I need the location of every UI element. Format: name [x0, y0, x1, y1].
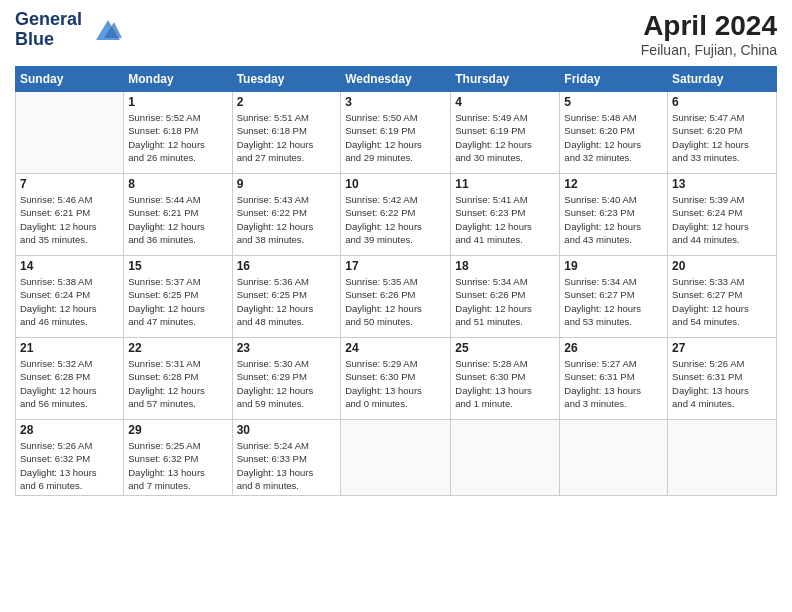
day-info: Sunrise: 5:50 AM Sunset: 6:19 PM Dayligh…: [345, 111, 446, 164]
day-number: 22: [128, 341, 227, 355]
day-cell: 10Sunrise: 5:42 AM Sunset: 6:22 PM Dayli…: [341, 174, 451, 256]
day-number: 30: [237, 423, 337, 437]
day-number: 7: [20, 177, 119, 191]
day-info: Sunrise: 5:33 AM Sunset: 6:27 PM Dayligh…: [672, 275, 772, 328]
day-info: Sunrise: 5:30 AM Sunset: 6:29 PM Dayligh…: [237, 357, 337, 410]
day-info: Sunrise: 5:27 AM Sunset: 6:31 PM Dayligh…: [564, 357, 663, 410]
week-row-3: 14Sunrise: 5:38 AM Sunset: 6:24 PM Dayli…: [16, 256, 777, 338]
day-cell: 4Sunrise: 5:49 AM Sunset: 6:19 PM Daylig…: [451, 92, 560, 174]
day-cell: [668, 420, 777, 496]
day-cell: 3Sunrise: 5:50 AM Sunset: 6:19 PM Daylig…: [341, 92, 451, 174]
title-block: April 2024 Feiluan, Fujian, China: [641, 10, 777, 58]
day-cell: 17Sunrise: 5:35 AM Sunset: 6:26 PM Dayli…: [341, 256, 451, 338]
day-number: 21: [20, 341, 119, 355]
day-cell: 8Sunrise: 5:44 AM Sunset: 6:21 PM Daylig…: [124, 174, 232, 256]
logo-text: General Blue: [15, 10, 82, 50]
day-info: Sunrise: 5:42 AM Sunset: 6:22 PM Dayligh…: [345, 193, 446, 246]
day-cell: 23Sunrise: 5:30 AM Sunset: 6:29 PM Dayli…: [232, 338, 341, 420]
main-container: General Blue April 2024 Feiluan, Fujian,…: [0, 0, 792, 506]
day-info: Sunrise: 5:44 AM Sunset: 6:21 PM Dayligh…: [128, 193, 227, 246]
day-number: 24: [345, 341, 446, 355]
logo-icon: [86, 12, 122, 48]
day-cell: 12Sunrise: 5:40 AM Sunset: 6:23 PM Dayli…: [560, 174, 668, 256]
day-info: Sunrise: 5:39 AM Sunset: 6:24 PM Dayligh…: [672, 193, 772, 246]
day-cell: [451, 420, 560, 496]
day-number: 23: [237, 341, 337, 355]
day-number: 9: [237, 177, 337, 191]
day-number: 10: [345, 177, 446, 191]
day-cell: 24Sunrise: 5:29 AM Sunset: 6:30 PM Dayli…: [341, 338, 451, 420]
weekday-header-row: SundayMondayTuesdayWednesdayThursdayFrid…: [16, 67, 777, 92]
day-cell: 26Sunrise: 5:27 AM Sunset: 6:31 PM Dayli…: [560, 338, 668, 420]
week-row-4: 21Sunrise: 5:32 AM Sunset: 6:28 PM Dayli…: [16, 338, 777, 420]
day-info: Sunrise: 5:31 AM Sunset: 6:28 PM Dayligh…: [128, 357, 227, 410]
day-cell: 29Sunrise: 5:25 AM Sunset: 6:32 PM Dayli…: [124, 420, 232, 496]
day-number: 6: [672, 95, 772, 109]
day-number: 4: [455, 95, 555, 109]
weekday-header-saturday: Saturday: [668, 67, 777, 92]
day-cell: 20Sunrise: 5:33 AM Sunset: 6:27 PM Dayli…: [668, 256, 777, 338]
logo: General Blue: [15, 10, 122, 50]
weekday-header-tuesday: Tuesday: [232, 67, 341, 92]
day-cell: 11Sunrise: 5:41 AM Sunset: 6:23 PM Dayli…: [451, 174, 560, 256]
weekday-header-sunday: Sunday: [16, 67, 124, 92]
day-cell: 27Sunrise: 5:26 AM Sunset: 6:31 PM Dayli…: [668, 338, 777, 420]
day-cell: 18Sunrise: 5:34 AM Sunset: 6:26 PM Dayli…: [451, 256, 560, 338]
weekday-header-monday: Monday: [124, 67, 232, 92]
day-info: Sunrise: 5:38 AM Sunset: 6:24 PM Dayligh…: [20, 275, 119, 328]
day-number: 1: [128, 95, 227, 109]
day-cell: 13Sunrise: 5:39 AM Sunset: 6:24 PM Dayli…: [668, 174, 777, 256]
day-number: 15: [128, 259, 227, 273]
day-number: 14: [20, 259, 119, 273]
day-cell: [560, 420, 668, 496]
day-number: 11: [455, 177, 555, 191]
day-number: 17: [345, 259, 446, 273]
day-cell: 28Sunrise: 5:26 AM Sunset: 6:32 PM Dayli…: [16, 420, 124, 496]
day-info: Sunrise: 5:32 AM Sunset: 6:28 PM Dayligh…: [20, 357, 119, 410]
day-cell: 9Sunrise: 5:43 AM Sunset: 6:22 PM Daylig…: [232, 174, 341, 256]
week-row-2: 7Sunrise: 5:46 AM Sunset: 6:21 PM Daylig…: [16, 174, 777, 256]
day-info: Sunrise: 5:36 AM Sunset: 6:25 PM Dayligh…: [237, 275, 337, 328]
day-cell: 7Sunrise: 5:46 AM Sunset: 6:21 PM Daylig…: [16, 174, 124, 256]
day-info: Sunrise: 5:48 AM Sunset: 6:20 PM Dayligh…: [564, 111, 663, 164]
day-cell: 14Sunrise: 5:38 AM Sunset: 6:24 PM Dayli…: [16, 256, 124, 338]
day-info: Sunrise: 5:24 AM Sunset: 6:33 PM Dayligh…: [237, 439, 337, 492]
day-cell: 2Sunrise: 5:51 AM Sunset: 6:18 PM Daylig…: [232, 92, 341, 174]
day-info: Sunrise: 5:28 AM Sunset: 6:30 PM Dayligh…: [455, 357, 555, 410]
day-cell: 22Sunrise: 5:31 AM Sunset: 6:28 PM Dayli…: [124, 338, 232, 420]
day-info: Sunrise: 5:34 AM Sunset: 6:27 PM Dayligh…: [564, 275, 663, 328]
day-info: Sunrise: 5:49 AM Sunset: 6:19 PM Dayligh…: [455, 111, 555, 164]
day-number: 20: [672, 259, 772, 273]
week-row-5: 28Sunrise: 5:26 AM Sunset: 6:32 PM Dayli…: [16, 420, 777, 496]
location: Feiluan, Fujian, China: [641, 42, 777, 58]
day-info: Sunrise: 5:37 AM Sunset: 6:25 PM Dayligh…: [128, 275, 227, 328]
day-number: 8: [128, 177, 227, 191]
day-number: 28: [20, 423, 119, 437]
day-info: Sunrise: 5:52 AM Sunset: 6:18 PM Dayligh…: [128, 111, 227, 164]
day-cell: 5Sunrise: 5:48 AM Sunset: 6:20 PM Daylig…: [560, 92, 668, 174]
weekday-header-friday: Friday: [560, 67, 668, 92]
day-info: Sunrise: 5:26 AM Sunset: 6:32 PM Dayligh…: [20, 439, 119, 492]
weekday-header-thursday: Thursday: [451, 67, 560, 92]
day-cell: [16, 92, 124, 174]
day-number: 25: [455, 341, 555, 355]
day-cell: 6Sunrise: 5:47 AM Sunset: 6:20 PM Daylig…: [668, 92, 777, 174]
day-number: 19: [564, 259, 663, 273]
day-info: Sunrise: 5:26 AM Sunset: 6:31 PM Dayligh…: [672, 357, 772, 410]
day-number: 27: [672, 341, 772, 355]
day-cell: 19Sunrise: 5:34 AM Sunset: 6:27 PM Dayli…: [560, 256, 668, 338]
weekday-header-wednesday: Wednesday: [341, 67, 451, 92]
day-info: Sunrise: 5:46 AM Sunset: 6:21 PM Dayligh…: [20, 193, 119, 246]
day-number: 26: [564, 341, 663, 355]
day-number: 18: [455, 259, 555, 273]
day-info: Sunrise: 5:34 AM Sunset: 6:26 PM Dayligh…: [455, 275, 555, 328]
day-number: 2: [237, 95, 337, 109]
day-number: 16: [237, 259, 337, 273]
calendar-table: SundayMondayTuesdayWednesdayThursdayFrid…: [15, 66, 777, 496]
day-cell: 1Sunrise: 5:52 AM Sunset: 6:18 PM Daylig…: [124, 92, 232, 174]
day-cell: 30Sunrise: 5:24 AM Sunset: 6:33 PM Dayli…: [232, 420, 341, 496]
month-title: April 2024: [641, 10, 777, 42]
day-number: 29: [128, 423, 227, 437]
day-info: Sunrise: 5:25 AM Sunset: 6:32 PM Dayligh…: [128, 439, 227, 492]
day-number: 12: [564, 177, 663, 191]
